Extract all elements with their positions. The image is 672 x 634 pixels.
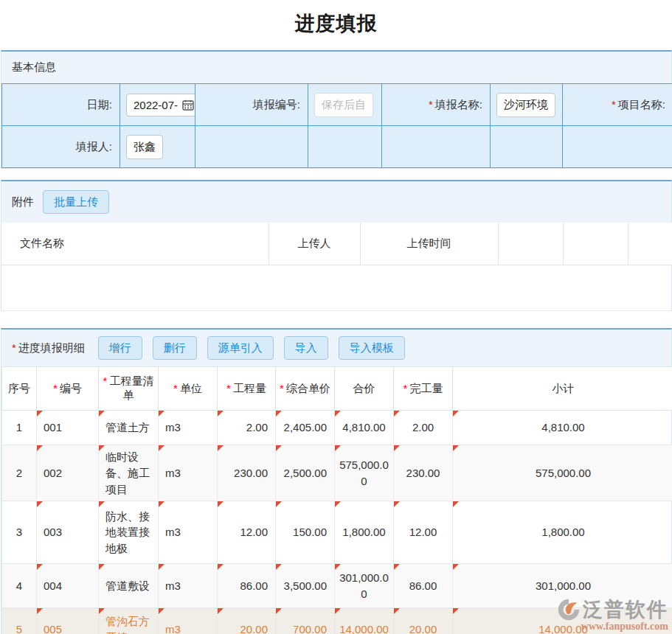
col-header-code: *编号 bbox=[37, 367, 99, 411]
cell-unit[interactable]: m3 bbox=[159, 564, 218, 608]
attachments-header: 附件 批量上传 bbox=[1, 181, 671, 223]
cell-total[interactable]: 14,000.00 bbox=[335, 608, 394, 634]
report-name-cell: 沙河环境 bbox=[491, 84, 563, 126]
attach-col-filename: 文件名称 bbox=[1, 223, 269, 265]
add-row-button[interactable]: 增行 bbox=[98, 336, 142, 360]
cell-code[interactable]: 001 bbox=[37, 411, 99, 445]
attachments-table: 文件名称 上传人 上传时间 bbox=[1, 223, 672, 265]
detail-row: 2002临时设备、施工项目m3230.002,500.00575,000.002… bbox=[2, 445, 672, 501]
cell-price[interactable]: 2,500.00 bbox=[276, 445, 335, 501]
delete-row-button[interactable]: 删行 bbox=[153, 336, 197, 360]
col-header-unit: *单位 bbox=[159, 367, 218, 411]
required-marker: * bbox=[429, 98, 433, 111]
col-header-total: 合价 bbox=[335, 367, 394, 411]
cell-total[interactable]: 1,800.00 bbox=[335, 501, 394, 564]
cell-code[interactable]: 004 bbox=[37, 564, 99, 608]
required-marker: * bbox=[173, 382, 178, 394]
cell-unit[interactable]: m3 bbox=[159, 501, 218, 564]
cell-item[interactable]: 防水、接地装置接地极 bbox=[99, 501, 159, 564]
report-no-input: 保存后自 bbox=[314, 93, 373, 117]
detail-table-body: 1001管道土方m32.002,405.004,810.002.004,810.… bbox=[2, 411, 672, 634]
import-template-button[interactable]: 导入模板 bbox=[339, 336, 405, 360]
page-title: 进度填报 bbox=[0, 0, 672, 37]
details-panel: *进度填报明细 增行 删行 源单引入 导入 导入模板 序号*编号*工程量清单*单… bbox=[1, 328, 672, 634]
report-no-label: 填报编号: bbox=[195, 84, 308, 126]
cell-total[interactable]: 301,000.00 bbox=[335, 564, 394, 608]
attachments-panel: 附件 批量上传 文件名称 上传人 上传时间 bbox=[1, 180, 672, 311]
cell-done[interactable]: 2.00 bbox=[394, 411, 453, 445]
cell-done[interactable]: 230.00 bbox=[394, 445, 453, 501]
details-table: 序号*编号*工程量清单*单位*工程量*综合单价合价*完工量小计 1001管道土方… bbox=[1, 366, 672, 634]
cell-no: 4 bbox=[2, 564, 37, 608]
cell-subtotal[interactable]: 301,000.00 bbox=[453, 564, 672, 608]
cell-qty[interactable]: 86.00 bbox=[218, 564, 276, 608]
detail-row: 5005管沟石方开挖m320.00700.0014,000.0020.0014,… bbox=[2, 608, 672, 634]
cell-subtotal[interactable]: 4,810.00 bbox=[453, 411, 672, 445]
cell-price[interactable]: 3,500.00 bbox=[276, 564, 335, 608]
required-marker: * bbox=[103, 375, 108, 387]
filler-input[interactable]: 张鑫 bbox=[126, 135, 163, 159]
report-name-label: *填报名称: bbox=[382, 84, 491, 126]
details-title: *进度填报明细 bbox=[12, 341, 85, 355]
col-header-no: 序号 bbox=[2, 367, 37, 411]
cell-item[interactable]: 管道土方 bbox=[99, 411, 159, 445]
cell-qty[interactable]: 12.00 bbox=[218, 501, 276, 564]
cell-item[interactable]: 管沟石方开挖 bbox=[99, 608, 159, 634]
cell-qty[interactable]: 230.00 bbox=[218, 445, 276, 501]
required-marker: * bbox=[53, 382, 58, 394]
details-table-head: 序号*编号*工程量清单*单位*工程量*综合单价合价*完工量小计 bbox=[2, 367, 672, 411]
cell-no: 2 bbox=[2, 445, 37, 501]
cell-item[interactable]: 管道敷设 bbox=[99, 564, 159, 608]
cell-code[interactable]: 002 bbox=[37, 445, 99, 501]
details-toolbar: *进度填报明细 增行 删行 源单引入 导入 导入模板 bbox=[1, 330, 671, 366]
cell-no: 3 bbox=[2, 501, 37, 564]
cell-code[interactable]: 005 bbox=[37, 608, 99, 634]
required-marker: * bbox=[226, 382, 231, 394]
attach-col-empty bbox=[628, 223, 672, 265]
cell-unit[interactable]: m3 bbox=[159, 445, 218, 501]
filler-cell: 张鑫 bbox=[120, 126, 195, 168]
cell-done[interactable]: 12.00 bbox=[394, 501, 453, 564]
cell-price[interactable]: 150.00 bbox=[276, 501, 335, 564]
cell-total[interactable]: 4,810.00 bbox=[335, 411, 394, 445]
date-cell: 2022-07- bbox=[120, 84, 195, 126]
filler-label: 填报人: bbox=[2, 126, 120, 168]
details-header-row: 序号*编号*工程量清单*单位*工程量*综合单价合价*完工量小计 bbox=[2, 367, 672, 411]
required-marker: * bbox=[280, 382, 284, 394]
cell-unit[interactable]: m3 bbox=[159, 411, 218, 445]
attach-col-uploader: 上传人 bbox=[269, 223, 360, 265]
detail-row: 1001管道土方m32.002,405.004,810.002.004,810.… bbox=[2, 411, 672, 445]
cell-code[interactable]: 003 bbox=[37, 501, 99, 564]
cell-subtotal[interactable]: 575,000.00 bbox=[453, 445, 672, 501]
attach-col-uploadtime: 上传时间 bbox=[360, 223, 498, 265]
cell-total[interactable]: 575,000.00 bbox=[335, 445, 394, 501]
attach-col-empty bbox=[563, 223, 628, 265]
cell-unit[interactable]: m3 bbox=[159, 608, 218, 634]
calendar-icon[interactable] bbox=[182, 100, 194, 111]
cell-done[interactable]: 86.00 bbox=[394, 564, 453, 608]
col-header-subtotal: 小计 bbox=[453, 367, 672, 411]
cell-subtotal[interactable]: 1,800.00 bbox=[453, 501, 672, 564]
cell-item[interactable]: 临时设备、施工项目 bbox=[99, 445, 159, 501]
batch-upload-button[interactable]: 批量上传 bbox=[43, 190, 109, 214]
date-label: 日期: bbox=[2, 84, 120, 126]
project-name-label: *项目名称: bbox=[563, 84, 672, 126]
cell-qty[interactable]: 20.00 bbox=[218, 608, 276, 634]
import-button[interactable]: 导入 bbox=[284, 336, 328, 360]
date-input[interactable]: 2022-07- bbox=[126, 94, 195, 116]
report-name-input[interactable]: 沙河环境 bbox=[496, 93, 555, 117]
basic-info-title: 基本信息 bbox=[12, 60, 56, 74]
required-marker: * bbox=[612, 98, 616, 111]
cell-subtotal[interactable]: 14,000.00 bbox=[453, 608, 672, 634]
col-header-done: *完工量 bbox=[394, 367, 453, 411]
required-marker: * bbox=[12, 341, 16, 354]
basic-info-header: 基本信息 bbox=[1, 52, 671, 83]
cell-no: 1 bbox=[2, 411, 37, 445]
cell-price[interactable]: 2,405.00 bbox=[276, 411, 335, 445]
required-marker: * bbox=[403, 382, 408, 394]
source-import-button[interactable]: 源单引入 bbox=[207, 336, 274, 360]
cell-price[interactable]: 700.00 bbox=[276, 608, 335, 634]
cell-qty[interactable]: 2.00 bbox=[218, 411, 276, 445]
detail-row: 3003防水、接地装置接地极m312.00150.001,800.0012.00… bbox=[2, 501, 672, 564]
cell-done[interactable]: 20.00 bbox=[394, 608, 453, 634]
